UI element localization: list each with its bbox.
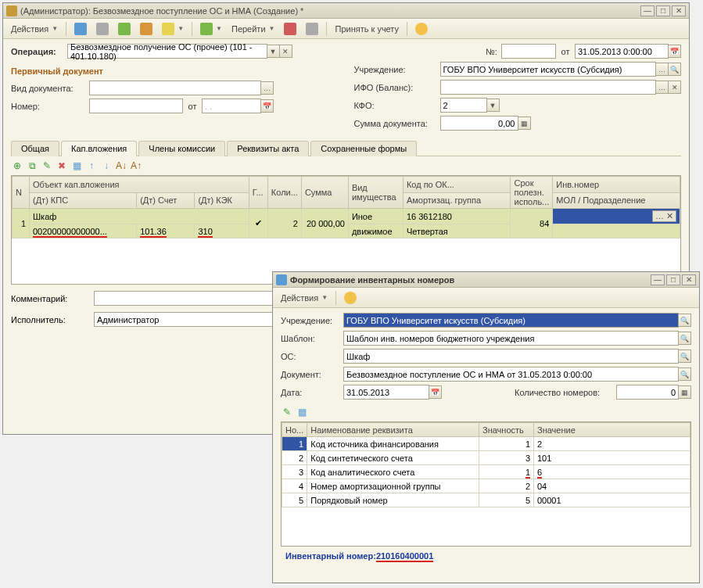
ifo-clear-button[interactable]: ✕ <box>668 81 681 94</box>
tb-icon-6[interactable]: ▼ <box>197 21 225 37</box>
add-row-icon[interactable]: ⊕ <box>11 160 23 172</box>
template-input[interactable]: Шаблон инв. номеров бюджетного учреждени… <box>343 331 679 346</box>
tb-icon-3[interactable] <box>115 21 134 37</box>
tb-icon-7[interactable] <box>281 21 299 37</box>
move-up-icon[interactable]: ↑ <box>85 160 98 172</box>
table-row[interactable]: 5Порядковый номер500001 <box>282 493 690 507</box>
delete-row-icon[interactable]: ✖ <box>56 160 68 172</box>
col-schet[interactable]: (Дт) Счет <box>137 192 195 209</box>
table-row[interactable]: 3Код аналитического счета16 <box>282 465 690 479</box>
goto-menu[interactable]: Перейти▼ <box>228 21 278 37</box>
col-object[interactable]: Объект кап.вложения <box>30 177 249 193</box>
col2-zn[interactable]: Значность <box>479 423 534 437</box>
doc-date-input[interactable]: 31.05.2013 0:00:00 <box>575 44 669 59</box>
doc-input-2[interactable]: Безвозмездное поступление ОС и НМА от 31… <box>343 367 679 382</box>
col-inv[interactable]: Инв.номер <box>553 177 680 193</box>
primary-date-input[interactable]: . . <box>202 99 261 113</box>
col-g[interactable]: Г... <box>249 177 267 209</box>
ifo-input[interactable] <box>440 80 657 95</box>
sort-asc-icon[interactable]: A↓ <box>115 160 127 172</box>
col-amort[interactable]: Амортизац. группа <box>403 192 511 209</box>
maximize-button[interactable]: □ <box>666 274 680 285</box>
close-button[interactable]: ✕ <box>672 5 686 16</box>
accept-button[interactable]: Принять к учету <box>332 21 402 37</box>
grid-settings-icon[interactable]: ▦ <box>70 160 83 172</box>
primary-date-button[interactable]: 📅 <box>260 99 274 113</box>
org-input-2[interactable]: ГОБУ ВПО Университет искусств (Субсидия) <box>343 313 679 328</box>
col-kps[interactable]: (Дт) КПС <box>30 192 137 209</box>
org-lookup-2[interactable]: 🔍 <box>678 314 691 327</box>
requisites-grid[interactable]: Но... Наименование реквизита Значность З… <box>281 421 691 547</box>
help-button[interactable] <box>412 21 431 37</box>
col-kek[interactable]: (Дт) КЭК <box>195 192 249 209</box>
template-lookup[interactable]: 🔍 <box>678 332 691 345</box>
tab-commission[interactable]: Члены комиссии <box>138 141 225 156</box>
operation-dropdown-button[interactable]: ▼ <box>267 45 280 58</box>
col2-val[interactable]: Значение <box>534 423 690 437</box>
doc-type-input[interactable] <box>89 81 261 95</box>
tb-icon-4[interactable] <box>137 21 156 37</box>
actions-menu-2[interactable]: Действия▼ <box>278 290 331 306</box>
col-okof[interactable]: Код по ОК... <box>403 177 511 193</box>
tab-general[interactable]: Общая <box>11 141 59 156</box>
os-lookup[interactable]: 🔍 <box>678 350 691 363</box>
doc-number-input[interactable] <box>501 44 556 59</box>
table-row[interactable]: 2Код синтетического счета3101 <box>282 451 690 465</box>
move-down-icon[interactable]: ↓ <box>100 160 113 172</box>
date-input-2[interactable]: 31.05.2013 <box>343 385 429 400</box>
org-select-button[interactable]: … <box>655 63 669 76</box>
qty-input[interactable]: 0 <box>616 385 679 400</box>
col-n[interactable]: N <box>13 177 30 209</box>
edit-row-icon[interactable]: ✎ <box>41 160 53 172</box>
doc-type-select-button[interactable]: … <box>260 81 274 95</box>
primary-number-input[interactable] <box>89 99 183 113</box>
kfo-dropdown-button[interactable]: ▼ <box>486 99 500 112</box>
date-picker-button[interactable]: 📅 <box>668 45 681 58</box>
edit-icon-2[interactable]: ✎ <box>281 406 293 418</box>
tb-icon-5[interactable]: ▼ <box>159 21 187 37</box>
date-picker-2[interactable]: 📅 <box>429 385 442 399</box>
org-input[interactable]: ГОБУ ВПО Университет искусств (Субсидия) <box>440 62 657 77</box>
col-mol[interactable]: МОЛ / Подразделение <box>553 192 680 209</box>
operation-label: Операция: <box>11 47 67 56</box>
tb-icon-8[interactable] <box>303 21 321 37</box>
doc-lookup-2[interactable]: 🔍 <box>678 368 691 381</box>
ifo-select-button[interactable]: … <box>655 81 669 94</box>
col-sum[interactable]: Сумма <box>301 177 348 209</box>
help-button-2[interactable] <box>341 290 360 306</box>
titlebar-2[interactable]: Формирование инвентарных номеров — □ ✕ <box>273 272 699 288</box>
col-qty[interactable]: Коли... <box>267 177 301 209</box>
tab-investments[interactable]: Кап.вложения <box>61 141 137 156</box>
inv-cell-selected[interactable]: … ✕ <box>553 209 680 224</box>
operation-clear-button[interactable]: ✕ <box>279 45 292 58</box>
close-button[interactable]: ✕ <box>682 274 696 285</box>
table-row[interactable]: 4Номер амортизационной группы204 <box>282 479 690 493</box>
sum-input[interactable]: 0,00 <box>440 116 518 131</box>
col-lifetime[interactable]: Срок полезн. исполь... <box>511 177 553 209</box>
os-input[interactable]: Шкаф <box>343 349 679 364</box>
grid-icon-2[interactable]: ▦ <box>296 406 308 418</box>
actions-menu[interactable]: Действия▼ <box>8 21 61 37</box>
tab-saved-forms[interactable]: Сохраненные формы <box>310 141 417 156</box>
copy-row-icon[interactable]: ⧉ <box>26 160 38 172</box>
sum-calc-button[interactable]: ▦ <box>518 117 531 130</box>
col2-n[interactable]: Но... <box>282 423 307 437</box>
col2-name[interactable]: Наименование реквизита <box>307 423 479 437</box>
operation-select[interactable]: Безвозмездное получение ОС (прочее) (101… <box>67 44 267 59</box>
list-icon <box>306 23 318 35</box>
minimize-button[interactable]: — <box>651 274 665 285</box>
titlebar[interactable]: (Администратор): Безвозмездное поступлен… <box>3 3 689 19</box>
minimize-button[interactable]: — <box>640 5 655 16</box>
maximize-button[interactable]: □ <box>656 5 670 16</box>
tab-requisites[interactable]: Реквизиты акта <box>227 141 309 156</box>
table-row[interactable]: 1 Шкаф ✔ 2 20 000,00 Иное 16 3612180 84 … <box>13 209 680 224</box>
qty-calc[interactable]: ▦ <box>678 385 691 399</box>
sort-desc-icon[interactable]: A↑ <box>130 160 142 172</box>
investments-grid[interactable]: N Объект кап.вложения Г... Коли... Сумма… <box>11 175 681 285</box>
org-lookup-button[interactable]: 🔍 <box>668 63 681 76</box>
col-type[interactable]: Вид имущества <box>348 177 403 209</box>
kfo-input[interactable]: 2 <box>440 98 487 113</box>
table-row[interactable]: 1Код источника финансирования12 <box>282 437 690 451</box>
tb-icon-2[interactable] <box>93 21 112 37</box>
tb-icon-1[interactable] <box>71 21 90 37</box>
